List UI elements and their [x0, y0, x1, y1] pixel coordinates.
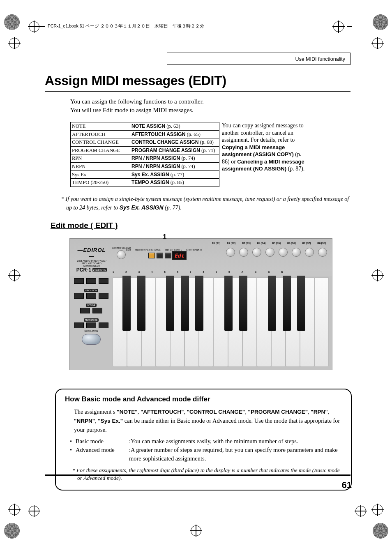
crop-mark-icon: [4, 14, 20, 30]
star-note: * If you want to assign a single-byte sy…: [61, 195, 350, 212]
knob-r2-icon: [239, 248, 248, 257]
register-icon: [29, 506, 39, 516]
q5: "NRPN": [74, 418, 95, 424]
header-text: PCR-1_e1.book 61 ページ ２００３年１１月２０日 木曜日 午後３…: [48, 23, 204, 29]
knob-r4-icon: [265, 248, 274, 257]
rlabel-5: R5 [S5]: [272, 242, 281, 244]
star1-ref: Sys Ex. ASSIGN: [120, 204, 164, 211]
brand-sub: USB AUDIO INTERFACE / MIDI KEYBOARD CONT…: [75, 260, 108, 267]
knob-r6-icon: [292, 248, 301, 257]
slot-b3-icon: [99, 278, 108, 284]
rlabel-1: R1 [S1]: [212, 242, 221, 244]
page-number: 61: [342, 480, 352, 491]
basic-desc: :You can make assignments easily, with t…: [129, 437, 342, 446]
tbl-b4: RPN / NRPN ASSIGN: [131, 155, 180, 161]
rlabel-4: R4 [S4]: [257, 242, 266, 244]
register-icon: [9, 504, 20, 515]
adv-row: • Advanced mode :A greater number of ste…: [70, 446, 342, 463]
tbl-b6: Sys Ex. ASSIGN: [131, 172, 169, 177]
tbl-b7: TEMPO ASSIGN: [131, 180, 169, 185]
tbl-p2: (p. 68): [200, 139, 213, 145]
tbl-a1: AFTERTOUCH: [71, 130, 130, 138]
n1: 2: [125, 271, 127, 276]
register-icon: [355, 506, 366, 516]
slot-b9-icon: [74, 322, 84, 328]
slot-b1-icon: [74, 278, 84, 284]
memory-button-icon: [157, 253, 163, 258]
section-label: Use MIDI functionality: [295, 56, 345, 62]
n13: D: [281, 271, 283, 276]
rlabel-6: R6 [S6]: [287, 242, 296, 244]
edit-button-icon: [148, 253, 155, 258]
tbl-a7: TEMPO (20-250): [71, 179, 130, 187]
midi-button-icon: [165, 253, 171, 258]
register-icon: [372, 38, 383, 48]
mod-wheel-icon: [82, 334, 101, 345]
keyboard-icon: [113, 276, 332, 370]
knob-r8-icon: [318, 248, 327, 257]
model-badge: 24bit DIGITAL: [92, 268, 107, 272]
n11: B: [255, 271, 256, 276]
slot-b2-icon: [86, 278, 96, 284]
tbl-a6: Sys Ex: [71, 170, 130, 179]
slot-b6-icon: [99, 293, 108, 299]
q0: "NOTE": [117, 409, 137, 415]
slot-b10-icon: [86, 322, 96, 328]
tbl-b2: CONTROL CHANGE ASSIGN: [131, 139, 198, 145]
side-p2: (p. 87).: [286, 166, 304, 172]
transpose-label: TRANSPOSE: [84, 318, 99, 322]
slot-b8-icon: [92, 308, 102, 313]
rlabel-3: R3 [S3]: [242, 242, 251, 244]
modulation-label: MODULATION: [72, 330, 110, 332]
knob-r3-icon: [252, 248, 261, 257]
register-icon: [9, 38, 20, 48]
tbl-p4: (p. 74): [181, 155, 195, 161]
knob-r5-icon: [279, 248, 288, 257]
tbl-b3: PROGRAM CHANGE ASSIGN: [131, 147, 200, 153]
page-title: Assign MIDI messages (EDIT): [45, 73, 350, 92]
edit-heading: Edit mode ( EDIT ): [51, 221, 350, 230]
slot-b4-icon: [74, 293, 84, 299]
q3: "PROGRAM CHANGE": [248, 409, 308, 415]
assign-table: NOTENOTE ASSIGN (p. 63) AFTERTOUCHAFTERT…: [70, 122, 219, 187]
lbl-mem: MEMORY PGM CHANGE: [135, 249, 160, 251]
tbl-a2: CONTROL CHANGE: [71, 138, 130, 147]
q1: "AFTERTOUCH": [141, 409, 184, 415]
slot-b11-icon: [99, 322, 108, 328]
tbl-p5: (p. 74): [181, 164, 195, 169]
decinc-label: DEC/- INC/+: [84, 289, 98, 292]
basic-row: • Basic mode :You can make assignments e…: [70, 437, 342, 446]
q6: "Sys Ex.": [98, 418, 123, 424]
n3: 4: [151, 271, 152, 276]
register-icon: [29, 21, 39, 32]
display-icon: Edt: [172, 251, 187, 260]
n10: A: [241, 271, 243, 276]
star1-tail: (p. 77).: [164, 205, 182, 211]
slot-b7-icon: [80, 308, 90, 313]
knob-r7-icon: [305, 248, 314, 257]
tbl-p1: (p. 65): [187, 131, 200, 137]
n7: 8: [203, 271, 204, 276]
tbl-p3: (p. 71): [201, 147, 215, 153]
n0: 1: [113, 271, 114, 276]
n5: 6: [177, 271, 178, 276]
n12: C: [268, 271, 270, 276]
timestamp-strip: PCR-1_e1.book 61 ページ ２００３年１１月２０日 木曜日 午後３…: [40, 22, 352, 31]
lbl-shift: SHIFT BANK-H: [186, 249, 202, 251]
panel-heading: How Basic mode and Advanced mode differ: [65, 395, 342, 403]
register-icon: [9, 270, 20, 281]
master-knob-icon: [117, 250, 126, 259]
tbl-p6: (p. 77): [171, 172, 184, 177]
adv-desc: :A greater number of steps are required,…: [129, 446, 342, 463]
lbl-edit: EDIT: [126, 249, 131, 251]
n4: 5: [164, 271, 165, 276]
crop-mark-icon: [373, 14, 388, 30]
tbl-a5: NRPN: [71, 162, 130, 170]
basic-name: Basic mode: [76, 437, 129, 446]
tbl-a3: PROGRAM CHANGE: [71, 146, 130, 154]
side-l1: Copying a MIDI message assignment (ASSIG…: [222, 144, 294, 158]
tbl-p0: (p. 63): [166, 123, 180, 129]
star1-txt: * If you want to assign a single-byte sy…: [61, 196, 349, 211]
tbl-p7: (p. 85): [171, 180, 184, 185]
panel-lead: The assignment s "NOTE", "AFTERTOUCH", "…: [74, 408, 342, 434]
